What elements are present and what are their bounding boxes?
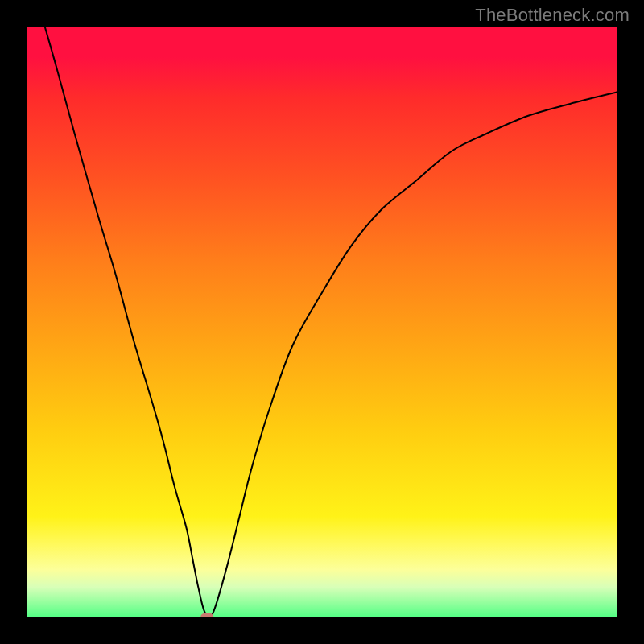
chart-svg [27,27,617,617]
bottleneck-curve-line [45,27,617,617]
chart-frame [27,27,617,617]
min-point-marker [200,613,213,617]
watermark: TheBottleneck.com [475,5,630,26]
